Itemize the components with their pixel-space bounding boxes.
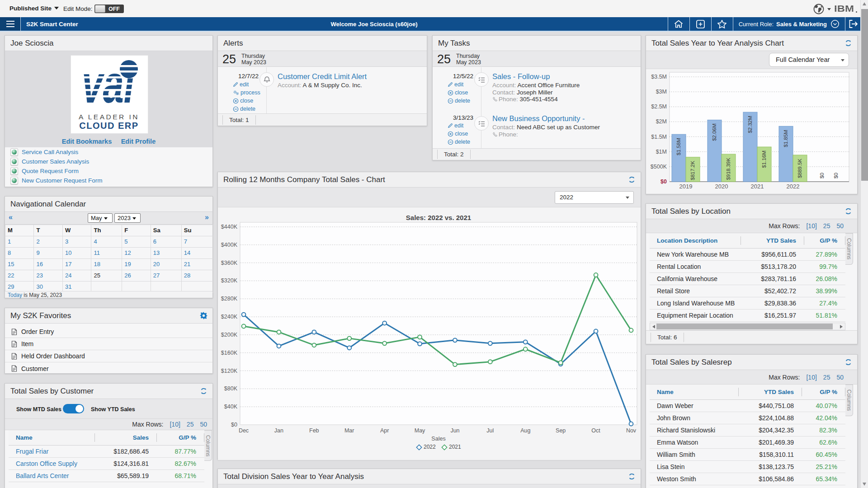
- calendar-day-cell[interactable]: 20: [151, 259, 181, 270]
- calendar-day-cell[interactable]: 27: [151, 270, 181, 282]
- delete-link[interactable]: delete: [448, 97, 470, 105]
- max-rows-25[interactable]: 25: [823, 374, 830, 381]
- edit-link[interactable]: edit: [233, 80, 260, 89]
- max-rows-50[interactable]: 50: [836, 222, 844, 230]
- max-rows-50[interactable]: 50: [200, 421, 207, 428]
- scroll-down-arrow[interactable]: [863, 483, 866, 486]
- bookmark-link[interactable]: New Customer Request Form: [5, 176, 212, 185]
- current-role-menu[interactable]: Current Role: Sales & Marketing: [733, 17, 845, 31]
- scrollbar-thumb[interactable]: [861, 9, 868, 181]
- refresh-button[interactable]: [628, 176, 636, 185]
- calendar-next-button[interactable]: »: [205, 213, 208, 221]
- calendar-day-cell[interactable]: 28: [181, 270, 213, 282]
- max-rows-25[interactable]: 25: [187, 421, 194, 428]
- calendar-day-cell[interactable]: 16: [34, 259, 62, 270]
- today-link[interactable]: Today: [8, 292, 22, 298]
- refresh-button[interactable]: [844, 358, 852, 368]
- column-header[interactable]: G/P %: [802, 385, 845, 399]
- row-name[interactable]: Carston Office Supply: [9, 457, 95, 469]
- calendar-day-cell[interactable]: 24: [62, 270, 91, 282]
- calendar-day-cell[interactable]: 5: [122, 236, 151, 248]
- calendar-day-cell[interactable]: 18: [91, 259, 122, 270]
- period-select[interactable]: Full Calendar Year: [769, 53, 849, 67]
- column-header[interactable]: YTD Sales: [741, 233, 804, 248]
- edit-profile-link[interactable]: Edit Profile: [121, 138, 156, 145]
- calendar-day-cell[interactable]: 12: [122, 248, 151, 259]
- calendar-day-cell[interactable]: 2: [34, 236, 62, 248]
- calendar-day-cell[interactable]: 25: [91, 270, 122, 282]
- delete-link[interactable]: delete: [233, 105, 260, 113]
- calendar-prev-button[interactable]: «: [9, 213, 12, 221]
- columns-tab[interactable]: Columns: [204, 430, 212, 461]
- entry-title[interactable]: Customer Credit Limit Alert: [278, 72, 423, 81]
- favorite-item[interactable]: Held Order Dashboard: [5, 350, 212, 362]
- calendar-day-cell[interactable]: 11: [91, 248, 122, 259]
- calendar-month-select[interactable]: May: [88, 213, 113, 223]
- column-header[interactable]: Name: [9, 430, 95, 445]
- bookmark-link[interactable]: Customer Sales Analysis: [5, 157, 212, 166]
- calendar-day-cell[interactable]: 26: [122, 270, 151, 282]
- refresh-button[interactable]: [844, 207, 852, 217]
- mtd-ytd-toggle[interactable]: [63, 404, 84, 413]
- favorites-button[interactable]: [711, 17, 733, 31]
- calendar-day-cell[interactable]: 3: [62, 236, 91, 248]
- scrollbar-thumb[interactable]: [656, 324, 833, 329]
- language-menu[interactable]: [813, 3, 831, 15]
- favorite-item[interactable]: Order Entry: [5, 326, 212, 338]
- scroll-right-arrow[interactable]: [840, 325, 843, 328]
- column-header[interactable]: Name: [650, 385, 739, 399]
- calendar-day-cell[interactable]: 1: [5, 236, 34, 248]
- home-button[interactable]: [668, 17, 689, 31]
- add-button[interactable]: [689, 17, 711, 31]
- calendar-day-cell[interactable]: 23: [34, 270, 62, 282]
- calendar-day-cell[interactable]: 8: [5, 248, 34, 259]
- year-select[interactable]: 2022: [555, 191, 634, 204]
- column-header[interactable]: YTD Sales: [739, 385, 802, 399]
- favorite-item[interactable]: Customer: [5, 362, 212, 375]
- edit-mode-toggle[interactable]: OFF: [94, 5, 124, 13]
- page-scrollbar[interactable]: [860, 0, 868, 488]
- calendar-year-select[interactable]: 2023: [114, 213, 141, 223]
- column-header[interactable]: G/P %: [157, 430, 204, 445]
- columns-tab[interactable]: Columns: [845, 233, 853, 265]
- close-link[interactable]: close: [448, 89, 470, 97]
- settings-button[interactable]: [200, 312, 208, 321]
- calendar-day-cell[interactable]: 13: [151, 248, 181, 259]
- calendar-day-cell[interactable]: 10: [62, 248, 91, 259]
- column-header[interactable]: Location Description: [650, 233, 741, 248]
- calendar-day-cell[interactable]: 6: [151, 236, 181, 248]
- refresh-button[interactable]: [628, 473, 636, 482]
- scroll-left-arrow[interactable]: [652, 325, 655, 328]
- columns-tab[interactable]: Columns: [845, 385, 853, 416]
- calendar-day-cell[interactable]: 22: [5, 270, 34, 282]
- max-rows-50[interactable]: 50: [836, 374, 844, 381]
- row-name[interactable]: Frugal Friar: [9, 445, 95, 457]
- edit-link[interactable]: edit: [448, 122, 470, 130]
- refresh-button[interactable]: [844, 39, 852, 49]
- calendar-day-cell[interactable]: 9: [34, 248, 62, 259]
- column-header[interactable]: Sales: [95, 430, 157, 445]
- calendar-day-cell[interactable]: 19: [122, 259, 151, 270]
- favorite-item[interactable]: Item: [5, 338, 212, 350]
- calendar-day-cell[interactable]: 21: [181, 259, 213, 270]
- bookmark-link[interactable]: Service Call Analysis: [5, 147, 212, 157]
- entry-title[interactable]: New Business Opportunity -: [492, 114, 637, 123]
- horizontal-scrollbar[interactable]: [650, 323, 845, 330]
- calendar-day-cell[interactable]: 4: [91, 236, 122, 248]
- column-header[interactable]: G/P %: [804, 233, 845, 248]
- max-rows-10[interactable]: [10]: [806, 222, 816, 230]
- refresh-button[interactable]: [200, 387, 208, 397]
- max-rows-25[interactable]: 25: [823, 222, 830, 230]
- bookmark-link[interactable]: Quote Request Form: [5, 166, 212, 176]
- max-rows-10[interactable]: [10]: [170, 421, 180, 428]
- delete-link[interactable]: delete: [448, 138, 470, 146]
- published-site-menu[interactable]: Published Site: [9, 5, 59, 12]
- calendar-day-cell[interactable]: 7: [181, 236, 213, 248]
- calendar-day-cell[interactable]: 15: [5, 259, 34, 270]
- entry-title[interactable]: Sales - Follow-up: [492, 72, 637, 81]
- close-link[interactable]: close: [448, 130, 470, 138]
- process-link[interactable]: process: [233, 89, 260, 97]
- row-name[interactable]: Ballard Arts Center: [9, 469, 95, 482]
- close-link[interactable]: close: [233, 97, 260, 105]
- calendar-day-cell[interactable]: 17: [62, 259, 91, 270]
